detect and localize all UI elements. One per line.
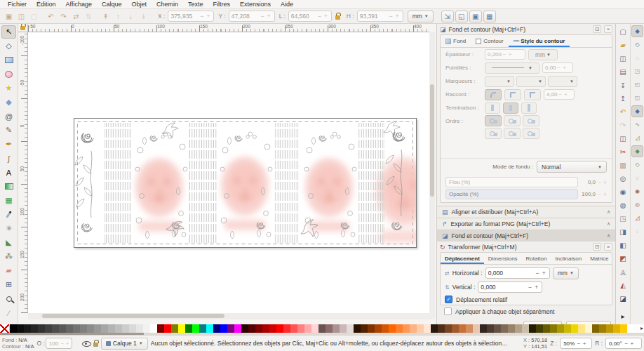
- color-swatch[interactable]: [613, 324, 620, 333]
- mesh-tool-icon[interactable]: ▦: [1, 194, 16, 207]
- eraser-tool-icon[interactable]: ▰: [1, 264, 16, 277]
- horizontal-scrollbar[interactable]: [28, 313, 429, 319]
- paint-order-button-2[interactable]: [504, 115, 521, 126]
- transform-gradient-toggle-icon[interactable]: ▣: [469, 11, 482, 22]
- snap-bbox-corners-icon[interactable]: ◳: [631, 65, 643, 77]
- color-swatch[interactable]: [108, 324, 115, 333]
- paint-order-button-1[interactable]: [485, 115, 502, 126]
- color-swatch[interactable]: [17, 324, 24, 333]
- star-tool-icon[interactable]: ★: [1, 81, 16, 95]
- color-swatch[interactable]: [248, 324, 255, 333]
- select-all-layers-icon[interactable]: ◫: [15, 11, 27, 22]
- horizontal-ruler[interactable]: -50050100150200250300350400: [28, 24, 429, 32]
- color-swatch[interactable]: [213, 324, 220, 333]
- group-icon[interactable]: ◬: [617, 265, 629, 278]
- color-swatch[interactable]: [52, 324, 59, 333]
- raise-icon[interactable]: ↑: [112, 11, 124, 22]
- menu-objet[interactable]: Objet: [126, 1, 152, 8]
- miter-limit-field[interactable]: 4,00−+: [544, 89, 575, 100]
- snap-bbox-icon[interactable]: ◇: [631, 39, 643, 51]
- rotation-field[interactable]: 0,00°−+: [605, 338, 642, 349]
- layer-visibility-icon[interactable]: [82, 339, 90, 347]
- transform-close-icon[interactable]: ×: [604, 243, 612, 251]
- menu-extensions[interactable]: Extensions: [235, 1, 276, 8]
- snap-object-centers-icon[interactable]: ◉: [631, 185, 643, 197]
- rectangle-tool-icon[interactable]: [1, 53, 16, 67]
- color-swatch[interactable]: [318, 324, 326, 333]
- spray-tool-icon[interactable]: ⁂: [1, 250, 16, 263]
- color-swatch[interactable]: [571, 324, 578, 333]
- color-swatch[interactable]: [585, 324, 592, 333]
- tweak-tool-icon[interactable]: ✳: [1, 222, 16, 235]
- save-icon[interactable]: ◫: [617, 52, 629, 65]
- dock-header-align[interactable]: ▤Aligner et distribuer (Maj+Ctrl+A)∧: [437, 206, 615, 218]
- color-swatch[interactable]: [262, 324, 269, 333]
- transform-float-icon[interactable]: ⊡: [593, 243, 601, 251]
- menu-chemin[interactable]: Chemin: [152, 1, 183, 8]
- opacity-slider[interactable]: Opacité (%): [445, 189, 578, 199]
- paint-order-button-5[interactable]: [504, 128, 521, 139]
- export-icon[interactable]: ↥: [617, 92, 629, 105]
- dock-float-icon[interactable]: ⊡: [593, 25, 601, 33]
- mid-marker-select[interactable]: ▼: [516, 76, 546, 87]
- tab-contour[interactable]: Contour: [471, 35, 508, 47]
- unit-select[interactable]: mm▼: [408, 11, 434, 22]
- opacity-indicator[interactable]: O : 100−+: [36, 338, 72, 349]
- relative-move-checkbox[interactable]: ✓: [445, 296, 452, 303]
- fill-stroke-indicator[interactable]: Fond : N/A Contour : N/A: [2, 337, 34, 350]
- ruler-corner[interactable]: [18, 24, 28, 32]
- open-document-icon[interactable]: ▰: [617, 39, 629, 51]
- ungroup-icon[interactable]: ◭: [617, 279, 629, 291]
- menu-filtres[interactable]: Filtres: [208, 1, 236, 8]
- color-swatch[interactable]: [375, 324, 382, 333]
- snap-global-icon[interactable]: ◆: [631, 25, 643, 37]
- color-swatch[interactable]: [508, 324, 515, 333]
- palette-overflow-icon[interactable]: ▸: [640, 325, 643, 331]
- bucket-tool-icon[interactable]: ◣: [1, 236, 16, 249]
- color-swatch[interactable]: [227, 324, 234, 333]
- horizontal-scrollbar-thumb[interactable]: [42, 314, 224, 318]
- deselect-icon[interactable]: ▢: [28, 11, 40, 22]
- color-swatch[interactable]: [143, 324, 150, 333]
- snap-page-border-icon[interactable]: ◌: [631, 225, 643, 237]
- document-page[interactable]: [74, 118, 417, 248]
- color-swatch[interactable]: [73, 324, 80, 333]
- zoom-page-icon[interactable]: ◍: [617, 199, 629, 211]
- lock-ratio-icon[interactable]: [335, 15, 340, 20]
- clone-icon[interactable]: ◧: [617, 239, 629, 251]
- paste-icon[interactable]: ▥: [617, 159, 629, 171]
- color-swatch[interactable]: [599, 324, 606, 333]
- color-swatch[interactable]: [361, 324, 368, 333]
- x-field[interactable]: 375,935−+: [168, 11, 214, 22]
- color-swatch[interactable]: [122, 324, 129, 333]
- color-swatch[interactable]: [276, 324, 283, 333]
- snap-cusp-nodes-icon[interactable]: ◆: [631, 145, 643, 157]
- color-swatch[interactable]: [59, 324, 66, 333]
- view-icon[interactable]: ◳: [617, 212, 629, 225]
- zoom-tool-icon[interactable]: [1, 292, 16, 305]
- color-swatch[interactable]: [290, 324, 297, 333]
- color-swatch[interactable]: [424, 324, 431, 333]
- canvas[interactable]: [28, 32, 429, 313]
- color-swatch[interactable]: [94, 324, 101, 333]
- snap-bbox-midpoints-icon[interactable]: ◰: [631, 79, 643, 91]
- color-swatch[interactable]: [10, 324, 17, 333]
- snap-rotation-centers-icon[interactable]: ◎: [631, 199, 643, 211]
- color-swatch[interactable]: [220, 324, 227, 333]
- color-swatch[interactable]: [178, 324, 185, 333]
- color-swatch[interactable]: [557, 324, 564, 333]
- unlink-clone-icon[interactable]: ◩: [617, 252, 629, 265]
- color-swatch[interactable]: [501, 324, 508, 333]
- color-swatch[interactable]: [578, 324, 585, 333]
- copy-icon[interactable]: ◫: [617, 132, 629, 145]
- blur-slider[interactable]: Flou (%): [445, 177, 578, 187]
- calligraphy-tool-icon[interactable]: ʃ: [1, 152, 16, 165]
- color-swatch[interactable]: [115, 324, 122, 333]
- layer-select[interactable]: Calque 1▼: [101, 338, 148, 350]
- color-swatch[interactable]: [185, 324, 192, 333]
- cut-icon[interactable]: ✂: [617, 145, 629, 158]
- color-swatch[interactable]: [480, 324, 487, 333]
- vertical-ruler[interactable]: -100-50050100150200: [18, 32, 28, 313]
- fill-stroke-dialog-title[interactable]: ◪ Fond et contour (Maj+Ctrl+F) ⊡ ×: [437, 24, 615, 34]
- color-swatch[interactable]: [410, 324, 417, 333]
